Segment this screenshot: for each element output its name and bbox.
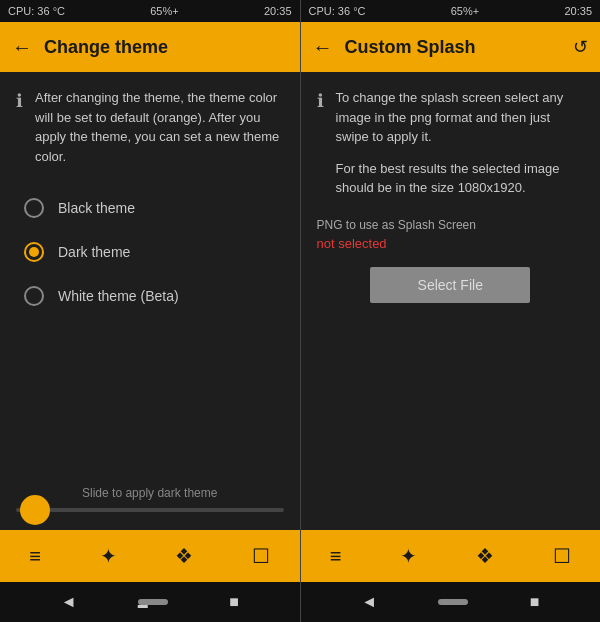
- left-battery: 65%+: [150, 5, 178, 17]
- radio-label-dark: Dark theme: [58, 244, 130, 260]
- right-info-box: ℹ To change the splash screen select any…: [317, 88, 585, 198]
- right-back-button[interactable]: ←: [313, 36, 333, 59]
- left-cpu: CPU: 36 °C: [8, 5, 65, 17]
- left-android-nav: ◄ ▬ ■: [0, 582, 300, 622]
- right-nav-menu-icon[interactable]: ≡: [322, 537, 350, 576]
- right-content: ℹ To change the splash screen select any…: [301, 72, 601, 530]
- right-bottom-nav: ≡ ✦ ❖ ☐: [301, 530, 601, 582]
- left-panel: CPU: 36 °C 65%+ 20:35 ← Change theme ℹ A…: [0, 0, 300, 622]
- left-android-recent[interactable]: ■: [229, 593, 239, 611]
- file-status: not selected: [317, 236, 585, 251]
- right-nav-phone-icon[interactable]: ☐: [545, 536, 579, 576]
- left-android-back[interactable]: ◄: [61, 593, 77, 611]
- right-info-icon: ℹ: [317, 90, 324, 112]
- radio-label-black: Black theme: [58, 200, 135, 216]
- file-section: PNG to use as Splash Screen not selected…: [317, 218, 585, 303]
- file-label: PNG to use as Splash Screen: [317, 218, 585, 232]
- left-nav-menu-icon[interactable]: ≡: [21, 537, 49, 576]
- left-nav-sliders-icon[interactable]: ❖: [167, 536, 201, 576]
- right-android-recent[interactable]: ■: [530, 593, 540, 611]
- radio-black-theme[interactable]: Black theme: [16, 186, 284, 230]
- left-top-bar: ← Change theme: [0, 22, 300, 72]
- radio-circle-dark: [24, 242, 44, 262]
- left-android-home[interactable]: ▬: [138, 599, 168, 605]
- left-time: 20:35: [264, 5, 292, 17]
- left-back-button[interactable]: ←: [12, 36, 32, 59]
- slider-thumb[interactable]: [20, 495, 50, 525]
- slider-row[interactable]: [16, 508, 284, 512]
- left-bottom-nav: ≡ ✦ ❖ ☐: [0, 530, 300, 582]
- right-info-para-2: For the best results the selected image …: [336, 159, 585, 198]
- right-android-nav: ◄ ■: [301, 582, 601, 622]
- radio-dark-theme[interactable]: Dark theme: [16, 230, 284, 274]
- radio-label-white: White theme (Beta): [58, 288, 179, 304]
- slider-area: Slide to apply dark theme: [0, 476, 300, 522]
- right-top-bar: ← Custom Splash ↺: [301, 22, 601, 72]
- left-info-text: After changing the theme, the theme colo…: [35, 88, 284, 166]
- right-time: 20:35: [564, 5, 592, 17]
- right-battery: 65%+: [451, 5, 479, 17]
- left-status-bar: CPU: 36 °C 65%+ 20:35: [0, 0, 300, 22]
- right-title: Custom Splash: [345, 37, 562, 58]
- right-info-para-1: To change the splash screen select any i…: [336, 88, 585, 147]
- left-content: ℹ After changing the theme, the theme co…: [0, 72, 300, 530]
- radio-white-theme[interactable]: White theme (Beta): [16, 274, 284, 318]
- left-nav-gear-icon[interactable]: ✦: [92, 536, 125, 576]
- select-file-button[interactable]: Select File: [370, 267, 530, 303]
- right-cpu: CPU: 36 °C: [309, 5, 366, 17]
- right-status-bar: CPU: 36 °C 65%+ 20:35: [301, 0, 601, 22]
- slider-label: Slide to apply dark theme: [16, 486, 284, 500]
- left-info-box: ℹ After changing the theme, the theme co…: [16, 88, 284, 166]
- radio-inner-dark: [29, 247, 39, 257]
- slider-track[interactable]: [16, 508, 284, 512]
- radio-circle-white: [24, 286, 44, 306]
- right-android-back[interactable]: ◄: [361, 593, 377, 611]
- right-panel: CPU: 36 °C 65%+ 20:35 ← Custom Splash ↺ …: [301, 0, 601, 622]
- refresh-icon[interactable]: ↺: [573, 36, 588, 58]
- theme-radio-group: Black theme Dark theme White theme (Beta…: [16, 186, 284, 318]
- right-android-home[interactable]: [438, 599, 468, 605]
- left-nav-phone-icon[interactable]: ☐: [244, 536, 278, 576]
- right-info-texts: To change the splash screen select any i…: [336, 88, 585, 198]
- left-title: Change theme: [44, 37, 288, 58]
- right-nav-sliders-icon[interactable]: ❖: [468, 536, 502, 576]
- right-nav-gear-icon[interactable]: ✦: [392, 536, 425, 576]
- radio-circle-black: [24, 198, 44, 218]
- info-icon: ℹ: [16, 90, 23, 112]
